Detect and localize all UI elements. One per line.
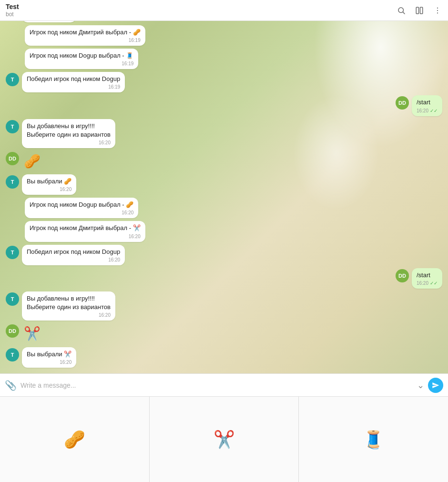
chat-header: Test bot [0, 0, 448, 21]
avatar: T [6, 73, 19, 86]
read-check-icon: ✓✓ [430, 280, 438, 287]
message-row: TВы добавлены в игру!!!!Выберите один из… [6, 291, 442, 321]
message-bubble: Вы добавлены в игру!!!!Выберите один из … [22, 291, 115, 321]
message-bubble: 🥜 [22, 151, 42, 171]
message-time: 16:20 [417, 280, 428, 287]
message-row: TВы выбрали 🧵16:19 [6, 21, 442, 22]
message-time: 16:20 [108, 257, 120, 263]
avatar: DD [396, 269, 409, 282]
svg-point-5 [437, 10, 438, 10]
avatar: T [6, 348, 19, 362]
message-text: /start [417, 98, 438, 107]
search-icon[interactable] [397, 6, 406, 15]
message-bubble: Игрок под ником Dogup выбрал - 🧵16:19 [25, 49, 138, 69]
message-bubble: ✂️ [22, 323, 42, 344]
message-time: 16:20 [122, 210, 133, 216]
send-button[interactable] [428, 378, 443, 393]
message-row: DD🥜 [6, 151, 442, 171]
message-text: Вы добавлены в игру!!!!Выберите один из … [27, 122, 111, 139]
message-bubble: Игрок под ником Dogup выбрал - 🥜16:20 [25, 198, 138, 218]
message-time: 16:19 [122, 60, 133, 67]
message-row: Игрок под ником Дмитрий выбрал - ✂️16:20 [6, 221, 442, 241]
message-text: Игрок под ником Dogup выбрал - 🥜 [30, 201, 133, 209]
message-time: 16:20 [60, 359, 71, 366]
message-bubble: Вы выбрали 🥜16:20 [22, 174, 76, 195]
message-row: Игрок под ником Дмитрий выбрал - 🥜16:19 [6, 25, 442, 46]
svg-point-6 [437, 12, 438, 13]
message-bubble: Вы выбрали 🧵16:19 [22, 21, 76, 22]
chevron-down-icon[interactable]: ⌄ [417, 380, 424, 391]
message-bubble: Игрок под ником Дмитрий выбрал - 🥜16:19 [25, 25, 145, 46]
more-icon[interactable] [433, 6, 442, 15]
avatar: DD [6, 324, 19, 338]
message-bubble: Вы добавлены в игру!!!!Выберите один из … [22, 119, 115, 148]
avatar: T [6, 120, 19, 133]
input-area: 📎 ⌄ [0, 373, 448, 396]
avatar: T [6, 292, 19, 306]
game-option-button-scissors[interactable]: ✂️ [150, 397, 299, 482]
chat-name: Test [6, 3, 397, 11]
message-bubble: Игрок под ником Дмитрий выбрал - ✂️16:20 [25, 221, 145, 241]
message-row: /start16:20✓✓DD [6, 268, 442, 289]
message-time: 16:19 [108, 84, 120, 90]
svg-point-4 [437, 7, 438, 8]
message-time: 16:20 [60, 186, 71, 193]
chat-area: TВы добавлены в игру!!!!Выберите один из… [0, 21, 448, 373]
message-bubble: Победил игрок под ником Dogup16:20 [22, 245, 125, 265]
message-row: TВы добавлены в игру!!!!Выберите один из… [6, 119, 442, 148]
message-row: Игрок под ником Dogup выбрал - 🥜16:20 [6, 198, 442, 218]
columns-icon[interactable] [415, 6, 424, 15]
chat-subtitle: bot [6, 11, 397, 18]
message-text: Игрок под ником Dogup выбрал - 🧵 [30, 51, 133, 60]
avatar: T [6, 175, 19, 189]
svg-rect-2 [416, 7, 418, 14]
message-text: Победил игрок под ником Dogup [27, 248, 120, 256]
bottom-buttons: 🥜✂️🧵 [0, 396, 448, 482]
message-text: Вы добавлены в игру!!!!Выберите один из … [27, 294, 111, 311]
message-row: TПобедил игрок под ником Dogup16:19 [6, 72, 442, 92]
svg-rect-3 [420, 7, 423, 14]
message-time: 16:20 [99, 312, 111, 319]
message-bubble: /start16:20✓✓ [412, 95, 442, 116]
avatar: DD [396, 96, 409, 110]
message-text: Вы выбрали ✂️ [27, 350, 71, 359]
header-title-area: Test bot [6, 3, 397, 18]
game-option-button-peanut[interactable]: 🥜 [0, 397, 150, 482]
message-text: Игрок под ником Дмитрий выбрал - ✂️ [30, 224, 141, 232]
message-time: 16:19 [129, 37, 141, 44]
message-row: TПобедил игрок под ником Dogup16:20 [6, 245, 442, 265]
messages-list: TВы добавлены в игру!!!!Выберите один из… [6, 21, 442, 369]
message-time: 16:20 [129, 233, 141, 240]
message-input[interactable] [20, 382, 413, 389]
attach-icon[interactable]: 📎 [5, 380, 17, 391]
message-bubble: Вы выбрали ✂️16:20 [22, 347, 76, 368]
message-text: Игрок под ником Дмитрий выбрал - 🥜 [30, 28, 141, 37]
avatar: T [6, 246, 19, 259]
message-time: 16:20 [99, 140, 111, 146]
message-time: 16:20 [417, 108, 428, 114]
message-row: /start16:20✓✓DD [6, 95, 442, 116]
message-text: Победил игрок под ником Dogup [27, 75, 120, 83]
read-check-icon: ✓✓ [430, 108, 438, 114]
message-row: TВы выбрали 🥜16:20 [6, 174, 442, 195]
svg-point-0 [398, 8, 404, 13]
header-actions [397, 6, 442, 15]
message-bubble: /start16:20✓✓ [412, 268, 442, 289]
message-bubble: Победил игрок под ником Dogup16:19 [22, 72, 125, 92]
avatar: DD [6, 152, 19, 165]
game-option-button-thread[interactable]: 🧵 [299, 397, 448, 482]
message-row: Игрок под ником Dogup выбрал - 🧵16:19 [6, 49, 442, 69]
message-text: /start [417, 271, 438, 280]
message-text: Вы выбрали 🥜 [27, 177, 71, 186]
message-row: TВы выбрали ✂️16:20 [6, 347, 442, 368]
message-row: DD✂️ [6, 323, 442, 344]
svg-line-1 [403, 12, 405, 14]
